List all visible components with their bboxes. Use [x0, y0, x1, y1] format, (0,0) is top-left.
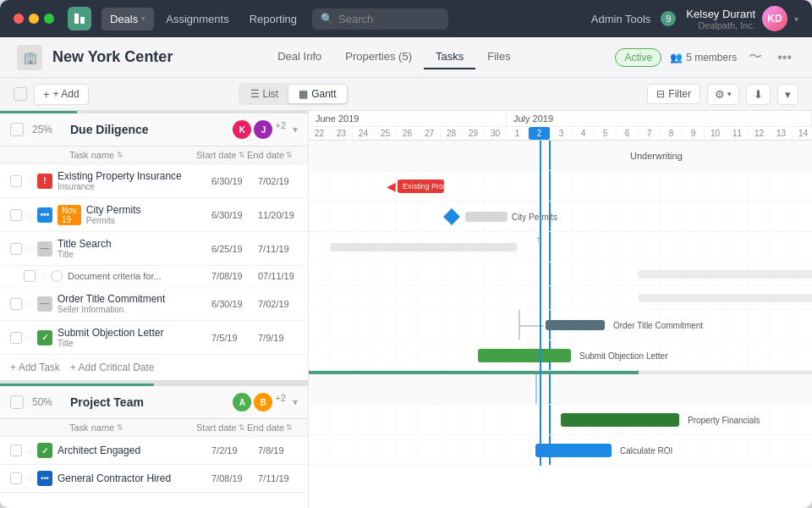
- gantt-row-2: City Permits: [309, 202, 812, 232]
- star-icon[interactable]: ☆: [25, 298, 35, 310]
- close-button[interactable]: [14, 14, 24, 24]
- gantt-cell: [661, 232, 683, 262]
- gantt-dates-row: 2223242526272829301234567891011121314151…: [309, 127, 812, 140]
- gantt-bar-roi[interactable]: [535, 444, 612, 457]
- gantt-cell: [353, 435, 375, 465]
- section-avatars-project-team: A B +2: [233, 393, 286, 411]
- gantt-bar-objection[interactable]: [478, 349, 571, 362]
- nav-reporting[interactable]: Reporting: [241, 8, 305, 30]
- nav-deals[interactable]: Deals ▾: [102, 8, 154, 30]
- user-avatar[interactable]: KD: [762, 6, 787, 31]
- section-expand-icon-project-team[interactable]: ▾: [293, 396, 298, 408]
- tab-deal-info[interactable]: Deal Info: [266, 45, 333, 69]
- search-input[interactable]: [338, 13, 440, 25]
- gantt-bar-permits[interactable]: [465, 212, 508, 222]
- gantt-row-7: Submit Objection Letter: [309, 340, 812, 371]
- star-icon[interactable]: ☆: [25, 175, 35, 187]
- user-chevron-icon[interactable]: ▾: [794, 14, 798, 24]
- gantt-cell: [397, 310, 419, 340]
- task-name: Architect Engaged: [58, 444, 211, 456]
- star-icon[interactable]: ☆: [25, 472, 35, 484]
- task-checkbox[interactable]: [10, 472, 22, 484]
- tab-properties[interactable]: Properties (5): [333, 45, 424, 69]
- task-checkbox[interactable]: [10, 332, 22, 344]
- gear-icon: ⚙: [715, 88, 725, 101]
- gantt-cell: [595, 374, 617, 404]
- add-button[interactable]: + + Add: [34, 84, 89, 105]
- gantt-month-row: June 2019 July 2019: [309, 111, 812, 127]
- task-checkbox[interactable]: [10, 243, 22, 255]
- star-icon[interactable]: ☆: [25, 332, 35, 344]
- star-icon[interactable]: ☆: [25, 209, 35, 221]
- section-checkbox-due-diligence[interactable]: [10, 123, 24, 136]
- gantt-view-button[interactable]: ▦ Gantt: [288, 85, 346, 103]
- gantt-cell: [727, 435, 749, 465]
- gantt-date-30: 30: [485, 127, 507, 140]
- gantt-bar-prop-fin[interactable]: [561, 413, 679, 427]
- task-checkbox[interactable]: [10, 298, 22, 310]
- gantt-cell: [309, 202, 331, 231]
- avatar-4: B: [254, 393, 272, 411]
- task-end-date: 7/02/19: [258, 176, 304, 186]
- task-status-icon: —: [37, 241, 52, 257]
- notification-badge[interactable]: 9: [661, 11, 676, 26]
- subtask-checkbox[interactable]: [24, 270, 36, 282]
- gantt-date-26: 26: [397, 127, 419, 140]
- star-icon[interactable]: ☆: [25, 444, 35, 456]
- gantt-cell: [507, 171, 529, 201]
- settings-button[interactable]: ⚙ ▾: [707, 84, 739, 105]
- maximize-button[interactable]: [44, 14, 54, 24]
- tab-tasks[interactable]: Tasks: [424, 45, 475, 69]
- gantt-cell: [397, 435, 419, 465]
- star-icon[interactable]: ☆: [25, 243, 35, 255]
- section-expand-icon-due-diligence[interactable]: ▾: [293, 124, 298, 135]
- activity-icon[interactable]: 〜: [745, 45, 765, 69]
- gantt-cell: [485, 374, 507, 404]
- gantt-cell: [331, 262, 353, 285]
- gantt-cell: [419, 202, 441, 231]
- task-checkbox[interactable]: [10, 444, 22, 456]
- gantt-cell: [331, 374, 353, 404]
- gantt-date-24: 24: [353, 127, 375, 140]
- add-critical-date-button[interactable]: + Add Critical Date: [70, 362, 155, 373]
- star-icon[interactable]: ☆: [39, 270, 48, 282]
- task-status-icon: —: [37, 296, 52, 312]
- avatar-2: J: [254, 120, 272, 139]
- select-all-checkbox[interactable]: [14, 87, 27, 101]
- task-checkbox[interactable]: [10, 209, 22, 221]
- members-badge[interactable]: 👥 5 members: [670, 52, 737, 64]
- list-view-button[interactable]: ☰ List: [240, 85, 289, 103]
- task-table-header-2: Task name ⇅ Start date ⇅ End date ⇅: [0, 419, 308, 437]
- gantt-cell: [353, 310, 375, 340]
- filter-button[interactable]: ⊟ Filter: [647, 84, 700, 104]
- gantt-cell: [353, 286, 375, 309]
- gantt-cell: [683, 171, 705, 201]
- search-box[interactable]: 🔍: [312, 8, 448, 30]
- deal-nav: Deal Info Properties (5) Tasks Files: [266, 45, 522, 69]
- status-badge[interactable]: Active: [615, 48, 661, 67]
- task-start-date: 6/30/19: [211, 210, 258, 220]
- nav-assignments[interactable]: Assignments: [157, 8, 237, 30]
- add-task-button[interactable]: + Add Task: [10, 362, 60, 373]
- gantt-cell: [353, 202, 375, 231]
- more-options-icon[interactable]: •••: [774, 47, 795, 69]
- gantt-date-28: 28: [441, 127, 463, 140]
- task-checkbox[interactable]: [10, 175, 22, 187]
- gantt-row-4: Property Financials: [309, 262, 812, 286]
- download-button[interactable]: ⬇: [746, 84, 771, 105]
- gantt-row-6: Order Title Commitment: [309, 310, 812, 340]
- gantt-bar-order-title[interactable]: [546, 320, 605, 330]
- app-logo[interactable]: [68, 7, 91, 30]
- tab-files[interactable]: Files: [475, 45, 522, 69]
- gantt-bar-title[interactable]: [331, 243, 517, 251]
- section-checkbox-project-team[interactable]: [10, 395, 24, 409]
- gantt-cell: [419, 262, 441, 285]
- gantt-row-3: ↑: [309, 232, 812, 262]
- section-progress-project-team: 50%: [32, 396, 62, 408]
- minimize-button[interactable]: [29, 14, 39, 24]
- gantt-cell: [331, 405, 353, 434]
- gantt-cell: [573, 232, 595, 262]
- expand-button[interactable]: ▾: [777, 84, 798, 105]
- gantt-bar-insurance[interactable]: Existing Property Insurance: [398, 179, 444, 193]
- gantt-cell: [441, 141, 463, 170]
